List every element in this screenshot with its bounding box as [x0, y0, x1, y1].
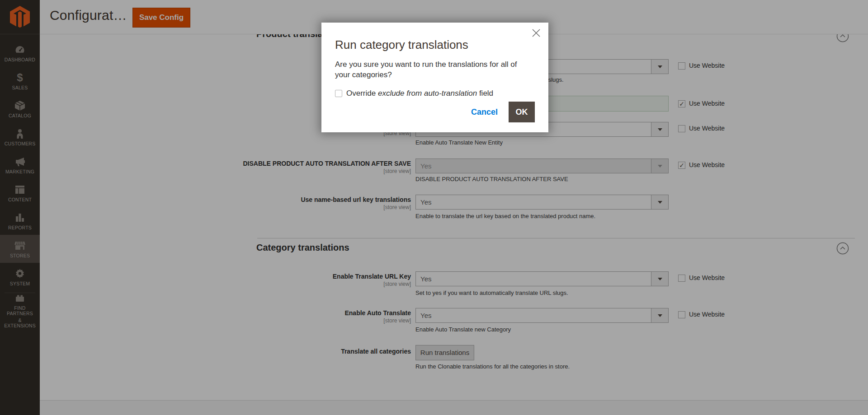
cancel-button[interactable]: Cancel — [471, 107, 498, 117]
override-exclude-checkbox[interactable] — [335, 90, 342, 97]
close-icon[interactable] — [531, 28, 541, 38]
dialog-message: Are you sure you want to run the transla… — [335, 59, 525, 80]
override-checkbox-label: Override exclude from auto-translation f… — [346, 89, 493, 98]
dialog-title: Run category translations — [335, 38, 535, 52]
ok-button[interactable]: OK — [509, 102, 535, 122]
run-category-translations-dialog: Run category translations Are you sure y… — [321, 23, 548, 132]
